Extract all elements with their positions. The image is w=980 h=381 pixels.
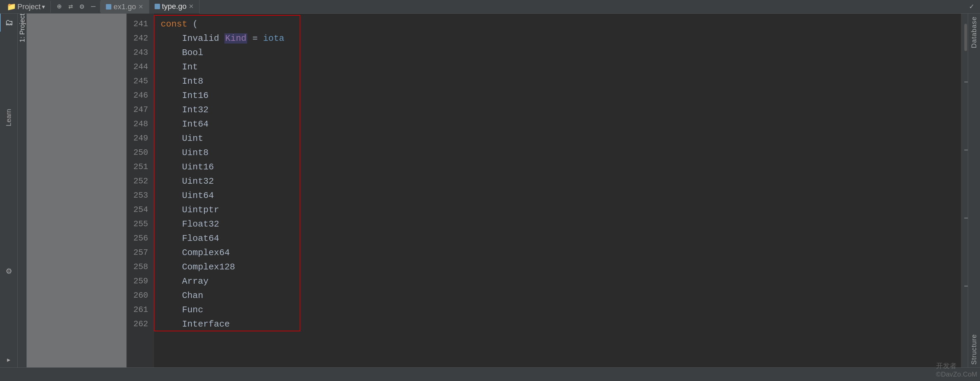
code-line-245: Int8 bbox=[161, 74, 954, 89]
keyword-iota: iota bbox=[263, 33, 284, 44]
tab-right-icons: ✓ bbox=[967, 2, 978, 12]
code-line-244: Int bbox=[161, 60, 954, 74]
code-line-259: Array bbox=[161, 274, 954, 289]
line-num-252: 252 bbox=[127, 174, 148, 189]
line-num-257: 257 bbox=[127, 246, 148, 260]
code-line-262: Interface bbox=[161, 317, 954, 331]
add-icon[interactable]: ⊕ bbox=[55, 2, 63, 12]
toolbar-icons: ⊕ ⇄ ⚙ — bbox=[52, 2, 100, 12]
int16-identifier: Int16 bbox=[161, 90, 208, 101]
collapse-btn[interactable]: ▶ bbox=[5, 356, 13, 364]
project-panel: 1: Project bbox=[18, 14, 127, 367]
func-identifier: Func bbox=[161, 305, 203, 315]
line-num-251: 251 bbox=[127, 160, 148, 174]
line-num-248: 248 bbox=[127, 117, 148, 131]
uint64-identifier: Uint64 bbox=[161, 190, 214, 201]
line-num-241: 241 bbox=[127, 17, 148, 31]
code-line-241: const ( bbox=[161, 17, 954, 31]
line-num-246: 246 bbox=[127, 89, 148, 103]
tab-typego-label: type.go bbox=[162, 2, 186, 11]
line-num-258: 258 bbox=[127, 260, 148, 274]
sidebar-label-learn[interactable]: Learn bbox=[5, 106, 13, 129]
line-numbers: 241 242 243 244 245 246 247 248 249 250 … bbox=[127, 14, 154, 367]
line-num-261: 261 bbox=[127, 303, 148, 317]
code-line-257: Complex64 bbox=[161, 246, 954, 260]
tab-ex1go[interactable]: ex1.go ✕ bbox=[100, 0, 149, 14]
settings-icon[interactable]: ⚙ bbox=[78, 2, 86, 12]
keyword-kind: Kind bbox=[224, 33, 247, 44]
activity-bar: 🗂 Learn ⚙ ▶ bbox=[0, 14, 18, 367]
line-num-242: 242 bbox=[127, 31, 148, 46]
code-line-256: Float64 bbox=[161, 231, 954, 246]
sidebar-label-settings[interactable]: ⚙ bbox=[5, 264, 13, 278]
status-bar bbox=[0, 367, 980, 381]
right-sidebar: Database Structure bbox=[968, 14, 980, 367]
main-area: 🗂 Learn ⚙ ▶ 1: Project 241 242 243 244 2… bbox=[0, 14, 980, 367]
code-line-248: Int64 bbox=[161, 117, 954, 131]
line-num-253: 253 bbox=[127, 189, 148, 203]
array-identifier: Array bbox=[161, 276, 208, 286]
code-line-242: Invalid Kind = iota bbox=[161, 31, 954, 46]
tab-typego-close[interactable]: ✕ bbox=[189, 3, 194, 10]
line-num-254: 254 bbox=[127, 203, 148, 217]
editor-area: 241 242 243 244 245 246 247 248 249 250 … bbox=[127, 14, 968, 367]
keyword-const: const bbox=[161, 19, 187, 29]
code-line-247: Int32 bbox=[161, 103, 954, 117]
tab-ex1go-close[interactable]: ✕ bbox=[138, 3, 143, 11]
complex128-identifier: Complex128 bbox=[161, 262, 235, 272]
uint32-identifier: Uint32 bbox=[161, 176, 214, 186]
tab-typego[interactable]: type.go ✕ bbox=[149, 0, 200, 14]
scrollbar-thumb[interactable] bbox=[964, 24, 967, 51]
chan-identifier: Chan bbox=[161, 291, 203, 301]
folder-icon: 🗂 bbox=[5, 18, 13, 27]
code-line-252: Uint32 bbox=[161, 174, 954, 189]
code-line-253: Uint64 bbox=[161, 189, 954, 203]
line-num-244: 244 bbox=[127, 60, 148, 74]
float32-identifier: Float32 bbox=[161, 219, 219, 229]
project-dropdown-icon[interactable]: ▾ bbox=[42, 3, 45, 11]
tab-ex1go-label: ex1.go bbox=[113, 2, 136, 11]
interface-identifier: Interface bbox=[161, 319, 230, 329]
code-line-260: Chan bbox=[161, 289, 954, 303]
scroll-mark-2 bbox=[964, 150, 968, 150]
sidebar-item-project[interactable]: 🗂 bbox=[0, 14, 18, 32]
line-num-256: 256 bbox=[127, 231, 148, 246]
float64-identifier: Float64 bbox=[161, 233, 219, 244]
scroll-mark-4 bbox=[964, 286, 968, 286]
code-line-246: Int16 bbox=[161, 89, 954, 103]
minus-icon[interactable]: — bbox=[89, 2, 97, 11]
line-num-259: 259 bbox=[127, 274, 148, 289]
scroll-mark-3 bbox=[964, 218, 968, 218]
uint16-identifier: Uint16 bbox=[161, 162, 214, 172]
code-line-250: Uint8 bbox=[161, 146, 954, 160]
uintptr-identifier: Uintptr bbox=[161, 205, 219, 215]
code-line-255: Float32 bbox=[161, 217, 954, 231]
line-num-255: 255 bbox=[127, 217, 148, 231]
transfer-icon[interactable]: ⇄ bbox=[67, 2, 75, 12]
project-panel-label[interactable]: 1: Project bbox=[18, 14, 26, 48]
code-editor[interactable]: 241 242 243 244 245 246 247 248 249 250 … bbox=[127, 14, 968, 367]
sidebar-label-database[interactable]: Database bbox=[969, 14, 979, 51]
line-num-247: 247 bbox=[127, 103, 148, 117]
project-section: 📁 Project ▾ bbox=[2, 1, 51, 13]
code-line-243: Bool bbox=[161, 46, 954, 60]
scrollbar-area[interactable] bbox=[961, 14, 968, 367]
line-num-260: 260 bbox=[127, 289, 148, 303]
tab-typego-icon bbox=[154, 4, 160, 9]
project-tree bbox=[18, 14, 126, 367]
bool-identifier: Bool bbox=[161, 48, 203, 58]
code-line-258: Complex128 bbox=[161, 260, 954, 274]
file-tabs: ex1.go ✕ type.go ✕ bbox=[100, 0, 967, 14]
checkmark-icon[interactable]: ✓ bbox=[967, 2, 976, 12]
project-tab[interactable]: 📁 Project ▾ bbox=[4, 1, 48, 13]
line-num-262: 262 bbox=[127, 317, 148, 331]
project-label: Project bbox=[18, 2, 41, 11]
code-content[interactable]: const ( Invalid Kind = iota Bool Int Int… bbox=[154, 14, 961, 367]
tab-bar: 📁 Project ▾ ⊕ ⇄ ⚙ — ex1.go ✕ type.go ✕ ✓ bbox=[0, 0, 980, 14]
code-line-251: Uint16 bbox=[161, 160, 954, 174]
code-line-261: Func bbox=[161, 303, 954, 317]
line-num-245: 245 bbox=[127, 74, 148, 89]
code-line-254: Uintptr bbox=[161, 203, 954, 217]
tab-ex1go-icon bbox=[106, 4, 111, 10]
code-line-249: Uint bbox=[161, 131, 954, 146]
